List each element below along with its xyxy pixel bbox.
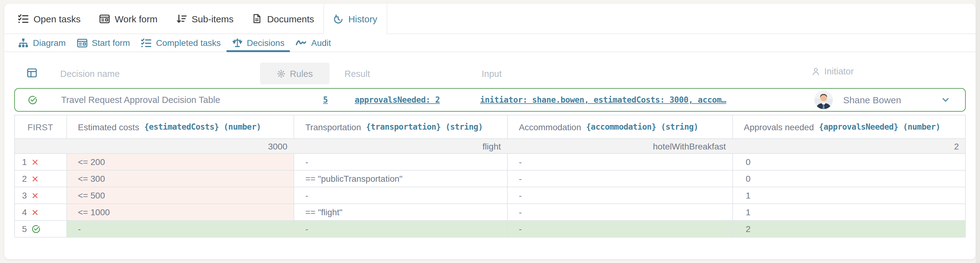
sort-down-icon bbox=[176, 13, 187, 24]
column-label: Estimated costs bbox=[78, 122, 139, 132]
rule-number-cell: 1 bbox=[14, 154, 66, 170]
rule-cell: <= 300 bbox=[66, 171, 294, 187]
tab-label: Work form bbox=[115, 13, 158, 24]
history-icon bbox=[333, 14, 343, 24]
dmn-input-values-row: 3000flighthotelWithBreakfast2 bbox=[14, 138, 965, 153]
check-circle-icon bbox=[28, 95, 37, 105]
column-header-initiator: Initiator bbox=[811, 67, 854, 76]
dmn-decision-table: FIRSTEstimated costs{estimatedCosts} (nu… bbox=[14, 115, 966, 238]
rule-number-cell: 4 bbox=[14, 204, 66, 220]
form-icon bbox=[77, 38, 88, 48]
rule-cell: <= 200 bbox=[66, 154, 294, 170]
rule-number-cell: 2 bbox=[14, 171, 66, 187]
rule-cell: 0 bbox=[732, 154, 965, 170]
tab-label: Start form bbox=[92, 38, 130, 48]
input-value: 3000 bbox=[66, 139, 294, 153]
tab-open-tasks[interactable]: Open tasks bbox=[9, 4, 90, 33]
rule-cell: - bbox=[507, 154, 732, 170]
tab-label: Documents bbox=[267, 13, 314, 24]
tab-label: Audit bbox=[311, 38, 331, 48]
tab-history[interactable]: History bbox=[323, 4, 387, 34]
input-value: 2 bbox=[732, 139, 965, 153]
initiator-name: Shane Bowen bbox=[843, 95, 901, 105]
tab-work-form[interactable]: Work form bbox=[90, 4, 167, 33]
rule-cell: <= 500 bbox=[66, 187, 294, 203]
column-header-result: Result bbox=[344, 69, 370, 79]
rule-cell: 1 bbox=[732, 204, 965, 220]
x-mark-icon bbox=[32, 158, 39, 165]
tab-label: Sub-items bbox=[192, 13, 234, 24]
dmn-column-header-estimated-costs: Estimated costs{estimatedCosts} (number) bbox=[66, 116, 294, 138]
form-icon bbox=[99, 13, 110, 24]
checklist-icon bbox=[18, 13, 29, 24]
rule-number: 5 bbox=[22, 224, 27, 234]
rule-cell: - bbox=[294, 187, 507, 203]
rule-cell: 1 bbox=[732, 187, 965, 203]
tab-decisions[interactable]: Decisions bbox=[226, 34, 290, 51]
column-label: Transportation bbox=[305, 122, 361, 132]
rule-cell: - bbox=[507, 171, 732, 187]
x-mark-icon bbox=[32, 209, 39, 215]
tab-label: Open tasks bbox=[33, 13, 81, 24]
column-label: Accommodation bbox=[519, 122, 581, 132]
rule-row-4: 4<= 1000== "flight"-1 bbox=[14, 203, 965, 220]
column-header-rules[interactable]: Rules bbox=[260, 63, 329, 84]
document-icon bbox=[252, 14, 262, 24]
rule-cell: 0 bbox=[732, 171, 965, 187]
rule-cell: == "flight" bbox=[294, 204, 507, 220]
tab-label: Decisions bbox=[247, 38, 284, 48]
tab-label: Completed tasks bbox=[156, 38, 221, 48]
input-value: hotelWithBreakfast bbox=[507, 139, 732, 153]
column-header-decision-name: Decision name bbox=[60, 69, 120, 79]
x-mark-icon bbox=[32, 192, 39, 199]
tab-audit[interactable]: Audit bbox=[290, 34, 337, 51]
tab-sub-items[interactable]: Sub-items bbox=[167, 4, 243, 33]
result-link[interactable]: approvalsNeeded: 2 bbox=[355, 95, 440, 105]
decision-result-row[interactable]: Travel Request Approval Decision Table 5… bbox=[14, 88, 966, 112]
scales-icon bbox=[232, 38, 242, 48]
rule-cell: - bbox=[507, 204, 732, 220]
hit-policy: FIRST bbox=[14, 116, 66, 138]
gear-icon bbox=[277, 69, 285, 78]
tab-start-form[interactable]: Start form bbox=[72, 34, 135, 51]
chevron-down-icon[interactable] bbox=[941, 96, 949, 104]
dmn-column-header-approvals-needed: Approvals needed{approvalsNeeded} (numbe… bbox=[732, 116, 965, 138]
tab-diagram[interactable]: Diagram bbox=[13, 34, 72, 51]
dmn-column-header-accommodation: Accommodation{accommodation} (string) bbox=[507, 116, 732, 138]
column-expression: {estimatedCosts} (number) bbox=[144, 122, 261, 132]
vertical-scrollbar[interactable] bbox=[976, 0, 980, 263]
table-layout-icon[interactable] bbox=[27, 68, 37, 80]
x-mark-icon bbox=[32, 175, 39, 182]
rule-number: 4 bbox=[22, 207, 27, 217]
sitemap-icon bbox=[18, 38, 29, 48]
rule-cell: <= 1000 bbox=[66, 204, 294, 220]
secondary-tabbar: DiagramStart formCompleted tasksDecision… bbox=[4, 34, 976, 52]
dmn-column-header-transportation: Transportation{transportation} (string) bbox=[294, 116, 507, 138]
check-circle-icon bbox=[32, 225, 41, 233]
tab-documents[interactable]: Documents bbox=[243, 4, 324, 33]
rule-number: 2 bbox=[22, 174, 27, 184]
tab-label: Diagram bbox=[33, 38, 66, 48]
rule-row-3: 3<= 500--1 bbox=[14, 187, 965, 203]
pulse-icon bbox=[296, 37, 307, 48]
dmn-header-row: FIRSTEstimated costs{estimatedCosts} (nu… bbox=[14, 116, 965, 138]
rule-row-2: 2<= 300== "publicTransportation"-0 bbox=[14, 170, 965, 187]
input-value-spacer bbox=[14, 139, 66, 153]
input-value: flight bbox=[294, 139, 507, 153]
rule-number: 3 bbox=[22, 190, 27, 200]
initiator-avatar bbox=[814, 90, 833, 109]
rule-number: 1 bbox=[22, 157, 27, 167]
rule-cell: 2 bbox=[732, 221, 965, 237]
rules-count-link[interactable]: 5 bbox=[323, 95, 328, 105]
column-expression: {accommodation} (string) bbox=[586, 122, 698, 132]
page: Open tasksWork formSub-itemsDocumentsHis… bbox=[0, 0, 980, 263]
input-link[interactable]: initiator: shane.bowen, estimatedCosts: … bbox=[480, 95, 726, 105]
rule-cell: - bbox=[507, 187, 732, 203]
rule-row-1: 1<= 200--0 bbox=[14, 153, 965, 170]
tab-completed-tasks[interactable]: Completed tasks bbox=[135, 34, 226, 51]
rules-header-label: Rules bbox=[290, 68, 313, 78]
primary-tabbar: Open tasksWork formSub-itemsDocumentsHis… bbox=[4, 4, 976, 34]
rule-cell: - bbox=[294, 154, 507, 170]
column-header-input: Input bbox=[482, 69, 502, 79]
rule-cell: == "publicTransportation" bbox=[294, 171, 507, 187]
